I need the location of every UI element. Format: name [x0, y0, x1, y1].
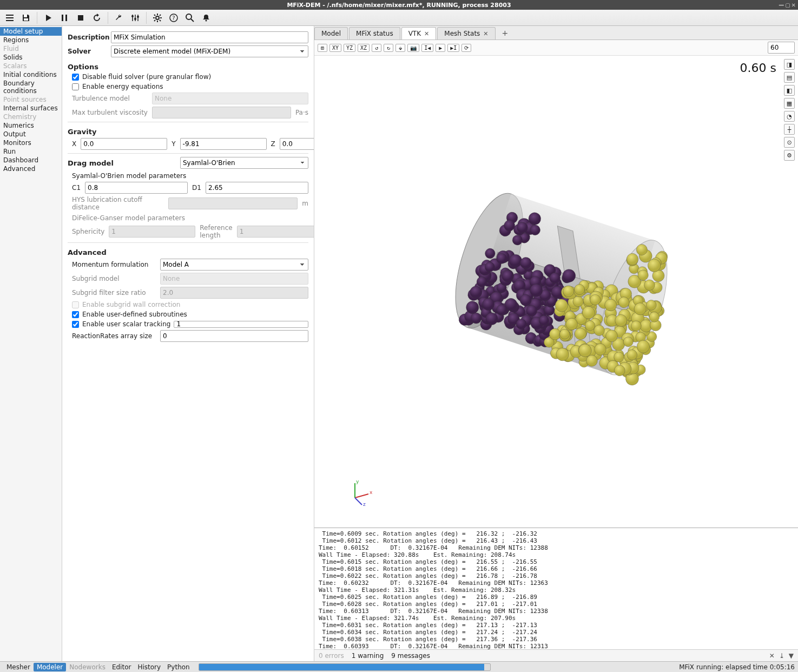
- sidebar-item-dashboard[interactable]: Dashboard: [0, 156, 62, 164]
- gravity-x-input[interactable]: [81, 138, 167, 150]
- last-frame-icon[interactable]: ▶I: [447, 44, 459, 52]
- tab-vtk[interactable]: VTK✕: [401, 27, 437, 39]
- momentum-select[interactable]: Model A: [160, 259, 308, 271]
- gear-icon[interactable]: [150, 11, 165, 25]
- description-label: Description: [68, 34, 107, 41]
- d1-label: D1: [192, 184, 201, 192]
- subgrid-model-label: Subgrid model: [72, 275, 156, 282]
- mode-mesher[interactable]: Mesher: [3, 663, 34, 671]
- disable-fluid-label: Disable fluid solver (pure granular flow…: [82, 73, 211, 81]
- enable-udf-checkbox[interactable]: [72, 311, 79, 318]
- max-turb-visc-unit: Pa·s: [295, 109, 308, 116]
- loop-icon[interactable]: ⟳: [461, 44, 471, 52]
- perspective-icon[interactable]: ⬙: [395, 44, 405, 52]
- disable-fluid-checkbox[interactable]: [72, 74, 79, 81]
- sidebar-item-run[interactable]: Run: [0, 147, 62, 156]
- view-xz-button[interactable]: XZ: [358, 44, 370, 52]
- svg-point-8: [156, 16, 159, 19]
- mixer-visualization: [416, 163, 697, 401]
- frame-input[interactable]: [768, 42, 795, 54]
- sidebar-item-monitors[interactable]: Monitors: [0, 139, 62, 147]
- tab-close-icon[interactable]: ✕: [424, 30, 429, 37]
- mode-modeler[interactable]: Modeler: [34, 663, 66, 671]
- save-icon[interactable]: [18, 11, 34, 25]
- tab-close-icon[interactable]: ✕: [483, 30, 488, 37]
- window-title: MFiX-DEM - /.nfs/home/mixer/mixer.mfx*, …: [287, 2, 511, 9]
- colorbar-icon[interactable]: ▤: [784, 72, 795, 83]
- bell-icon[interactable]: [199, 11, 214, 25]
- view-yz-button[interactable]: YZ: [344, 44, 355, 52]
- pause-icon[interactable]: [57, 11, 72, 25]
- mode-nodeworks[interactable]: Nodeworks: [66, 663, 109, 671]
- d1-input[interactable]: [206, 182, 308, 194]
- solver-select[interactable]: Discrete element model (MFiX-DEM): [111, 45, 308, 57]
- sidebar-item-solids[interactable]: Solids: [0, 53, 62, 62]
- errors-count[interactable]: 0 errors: [319, 652, 344, 660]
- gravity-y-input[interactable]: [180, 138, 267, 150]
- sidebar-item-regions[interactable]: Regions: [0, 36, 62, 44]
- settings-small-icon[interactable]: ⚙: [784, 150, 795, 161]
- tab-mfix-status[interactable]: MFiX status: [349, 27, 400, 39]
- point-info-icon[interactable]: ⊙: [784, 137, 795, 148]
- console-save-icon[interactable]: ⤓: [779, 652, 784, 660]
- play-icon[interactable]: [41, 11, 56, 25]
- view-grid-icon[interactable]: ⊞: [318, 44, 327, 52]
- sidebar-item-output[interactable]: Output: [0, 130, 62, 139]
- model-setup-form: Description Solver Discrete element mode…: [62, 26, 314, 661]
- geometry-icon[interactable]: ◧: [784, 85, 795, 96]
- subgrid-ratio-label: Subgrid filter size ratio: [72, 289, 156, 297]
- timer-icon[interactable]: ◔: [784, 111, 795, 122]
- sphericity-label: Sphericity: [72, 228, 104, 235]
- subgrid-model-select: None: [160, 273, 308, 285]
- rotate-right-icon[interactable]: ↻: [384, 44, 393, 52]
- drag-select[interactable]: Syamlal-O'Brien: [180, 157, 308, 169]
- progress-bar: [199, 663, 491, 671]
- reset-icon[interactable]: [89, 11, 104, 25]
- axes-icon[interactable]: ┼: [784, 124, 795, 135]
- vtk-viewport[interactable]: 0.60 s ◨ ▤ ◧ ▦ ◔ ┼ ⊙ ⚙: [314, 56, 798, 528]
- sidebar-item-model-setup[interactable]: Model setup: [0, 27, 62, 36]
- regions-icon[interactable]: ▦: [784, 98, 795, 109]
- sliders-icon[interactable]: [128, 11, 143, 25]
- console-close-icon[interactable]: ✕: [769, 652, 775, 660]
- screenshot-icon[interactable]: 📷: [407, 44, 419, 52]
- mode-editor[interactable]: Editor: [109, 663, 135, 671]
- stop-icon[interactable]: [73, 11, 88, 25]
- mode-python[interactable]: Python: [164, 663, 193, 671]
- sidebar-item-numerics[interactable]: Numerics: [0, 121, 62, 130]
- help-icon[interactable]: ?: [166, 11, 181, 25]
- sidebar-toggle-icon[interactable]: ◨: [784, 59, 795, 70]
- maximize-icon[interactable]: ▢: [785, 2, 790, 8]
- minimize-icon[interactable]: —: [779, 2, 784, 8]
- search-icon[interactable]: [182, 11, 197, 25]
- reaction-input[interactable]: [160, 330, 308, 342]
- svg-point-7: [137, 16, 139, 18]
- svg-point-11: [186, 14, 192, 19]
- sidebar-item-initial-conditions[interactable]: Initial conditions: [0, 70, 62, 79]
- console-output[interactable]: Time=0.6009 sec. Rotation angles (deg) =…: [314, 528, 798, 649]
- gravity-z-input[interactable]: [280, 138, 314, 150]
- rotate-left-icon[interactable]: ↺: [372, 44, 381, 52]
- add-tab-button[interactable]: +: [497, 27, 514, 39]
- tab-mesh-stats[interactable]: Mesh Stats✕: [437, 27, 495, 39]
- tab-model[interactable]: Model: [314, 27, 348, 39]
- sidebar-item-advanced[interactable]: Advanced: [0, 164, 62, 173]
- sidebar-item-internal-surfaces[interactable]: Internal surfaces: [0, 104, 62, 113]
- c1-input[interactable]: [85, 182, 188, 194]
- view-xy-button[interactable]: XY: [329, 44, 341, 52]
- enable-energy-checkbox[interactable]: [72, 83, 79, 90]
- wrench-icon[interactable]: [111, 11, 127, 25]
- close-icon[interactable]: ✕: [792, 2, 796, 8]
- first-frame-icon[interactable]: I◀: [421, 44, 433, 52]
- scalar-input[interactable]: [174, 321, 308, 328]
- mode-history[interactable]: History: [134, 663, 164, 671]
- play-frames-icon[interactable]: ▶: [436, 44, 445, 52]
- warnings-count[interactable]: 1 warning: [352, 652, 384, 660]
- description-input[interactable]: [111, 31, 308, 43]
- messages-count[interactable]: 9 messages: [391, 652, 430, 660]
- enable-scalar-checkbox[interactable]: [72, 321, 79, 328]
- menu-icon[interactable]: [2, 11, 17, 25]
- tab-bar: ModelMFiX statusVTK✕Mesh Stats✕+: [314, 26, 798, 40]
- console-filter-icon[interactable]: ▼: [789, 652, 794, 660]
- sidebar-item-boundary-conditions[interactable]: Boundary conditions: [0, 79, 62, 95]
